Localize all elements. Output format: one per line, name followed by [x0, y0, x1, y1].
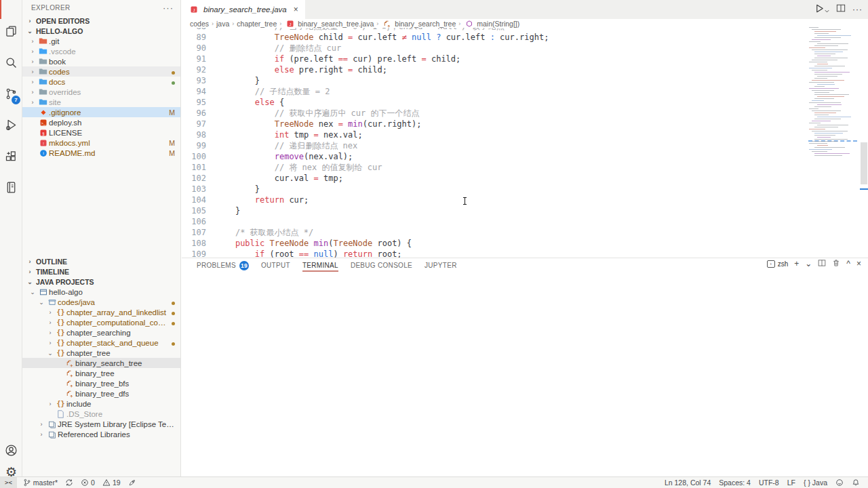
explorer-item-deploy-sh[interactable]: >_deploy.sh: [22, 117, 180, 127]
explorer-item-overrides[interactable]: ›overrides: [22, 87, 180, 97]
project-icon: [37, 288, 49, 296]
activity-notebook-icon[interactable]: [0, 174, 22, 201]
status-warning[interactable]: 19: [102, 479, 121, 487]
status-ln-128-col-74[interactable]: Ln 128, Col 74: [665, 479, 711, 487]
minimap[interactable]: [807, 27, 860, 163]
panel-tab-label: DEBUG CONSOLE: [351, 262, 412, 269]
status-error[interactable]: 0: [81, 479, 95, 487]
kill-terminal-icon[interactable]: [832, 259, 840, 268]
line-number: 107: [182, 227, 206, 238]
new-terminal-icon[interactable]: +: [794, 259, 799, 268]
breadcrumb-item[interactable]: Jbinary_search_tree.java: [284, 20, 374, 28]
breadcrumb-item[interactable]: java: [216, 20, 229, 28]
explorer-item-readme-md[interactable]: iREADME.mdM: [22, 148, 180, 158]
status-lf[interactable]: LF: [787, 479, 795, 487]
explorer-item-license[interactable]: §LICENSE: [22, 127, 180, 138]
java-project-item-codes-java[interactable]: ⌄codes/java: [22, 297, 180, 307]
status-branch[interactable]: master*: [23, 479, 58, 487]
item-label: Referenced Libraries: [58, 430, 180, 439]
status-rocket[interactable]: [128, 479, 136, 487]
section-label: HELLO-ALGO: [36, 27, 83, 35]
section-header-open-editors[interactable]: ›OPEN EDITORS: [22, 16, 180, 26]
line-content: return cur;: [206, 195, 309, 205]
tab-close-icon[interactable]: ×: [294, 5, 298, 14]
line-content: cur.val = tmp;: [206, 173, 343, 184]
breadcrumb-item[interactable]: codes: [190, 20, 209, 28]
status-sync[interactable]: [65, 479, 73, 487]
more-actions-icon[interactable]: ···: [852, 5, 863, 14]
split-editor-icon[interactable]: [836, 3, 846, 16]
explorer-item-book[interactable]: ›book: [22, 56, 180, 66]
close-panel-icon[interactable]: ×: [856, 259, 861, 268]
panel-tab-terminal[interactable]: TERMINAL: [302, 258, 338, 272]
status-spaces-4[interactable]: Spaces: 4: [719, 479, 751, 487]
minimap-line: [814, 33, 829, 34]
explorer-item-site[interactable]: ›site: [22, 97, 180, 107]
java-project-item-hello-algo[interactable]: ⌄hello-algo: [22, 287, 180, 297]
code-line: 90 // 删除结点 cur: [182, 43, 807, 54]
java-project-item-binary-search-tree[interactable]: binary_search_tree: [22, 358, 180, 368]
panel-tab-jupyter[interactable]: JUPYTER: [425, 258, 457, 272]
section-header-java-projects[interactable]: ⌄JAVA PROJECTS: [22, 277, 180, 287]
activity-source-control-icon[interactable]: 7: [0, 80, 22, 107]
java-project-item-binary-tree-bfs[interactable]: binary_tree_bfs: [22, 378, 180, 388]
breadcrumb-item[interactable]: main(String[]): [463, 20, 519, 28]
java-project-item-chapter-array-and-linkedlist[interactable]: ›{}chapter_array_and_linkedlist: [22, 307, 180, 317]
line-content: // 删除结点 cur: [206, 43, 341, 54]
explorer-item--vscode[interactable]: ›.vscode: [22, 46, 180, 56]
explorer-item--gitignore[interactable]: .gitignoreM: [22, 107, 180, 117]
java-project-item-binary-tree-dfs[interactable]: binary_tree_dfs: [22, 388, 180, 399]
minimap-line: [812, 131, 848, 131]
activity-extensions-icon[interactable]: [0, 142, 22, 169]
git-status-badge: M: [169, 108, 175, 117]
java-project-item-chapter-tree[interactable]: ⌄{}chapter_tree: [22, 348, 180, 358]
explorer-item--git[interactable]: ›.git: [22, 36, 180, 46]
explorer-item-mkdocs-yml[interactable]: !mkdocs.ymlM: [22, 138, 180, 148]
java-project-item-include[interactable]: ›{}include: [22, 399, 180, 409]
more-actions-icon[interactable]: ···: [163, 0, 174, 16]
minimap-line: [814, 52, 843, 52]
class-icon: [64, 369, 75, 378]
panel-tab-debug-console[interactable]: DEBUG CONSOLE: [351, 258, 412, 272]
breadcrumb-item[interactable]: chapter_tree: [237, 20, 277, 28]
minimap-line: [817, 125, 848, 125]
activity-bar: 7 ⚙: [0, 0, 22, 476]
panel-tab-problems[interactable]: PROBLEMS19: [197, 258, 249, 272]
svg-text:>_: >_: [41, 121, 46, 125]
shell-selector[interactable]: ›zsh: [767, 260, 789, 268]
status-bar: >< master*019 Ln 128, Col 74Spaces: 4UTF…: [0, 476, 868, 488]
java-project-item-referenced-libraries[interactable]: ›Referenced Libraries: [22, 429, 180, 439]
activity-search-icon[interactable]: [0, 49, 22, 76]
activity-files-icon[interactable]: [0, 18, 22, 45]
mouse-ibeam-cursor: [465, 197, 465, 205]
java-project-item-binary-tree[interactable]: binary_tree: [22, 368, 180, 378]
java-project-item-chapter-searching[interactable]: ›{}chapter_searching: [22, 327, 180, 338]
run-button[interactable]: [814, 3, 829, 16]
section-header-outline[interactable]: ›OUTLINE: [22, 256, 180, 266]
maximize-panel-icon[interactable]: ^: [846, 259, 850, 268]
tab-binary-search-tree[interactable]: J binary_search_tree.java ×: [182, 0, 305, 19]
section-header-timeline[interactable]: ›TIMELINE: [22, 266, 180, 277]
java-project-item--ds-store[interactable]: .DS_Store: [22, 409, 180, 419]
status-utf-8[interactable]: UTF-8: [759, 479, 779, 487]
split-terminal-icon[interactable]: [818, 259, 826, 268]
shell-dropdown-icon[interactable]: ⌄: [805, 259, 812, 268]
line-number: 95: [182, 97, 206, 108]
remote-indicator[interactable]: ><: [0, 477, 17, 488]
breadcrumb-item[interactable]: binary_search_tree: [381, 20, 456, 28]
activity-run-debug-icon[interactable]: [0, 111, 22, 138]
java-project-item-chapter-stack-and-queue[interactable]: ›{}chapter_stack_and_queue: [22, 338, 180, 348]
section-header-hello-algo[interactable]: ⌄HELLO-ALGO: [22, 26, 180, 36]
breadcrumb-label: chapter_tree: [237, 20, 277, 28]
java-project-item-jre-system-library-eclipse-temurin-17-17-[interactable]: ›JRE System Library [Eclipse Temurin 17 …: [22, 419, 180, 429]
java-project-item-chapter-computational-complexity[interactable]: ›{}chapter_computational_complexity: [22, 317, 180, 327]
status-bell[interactable]: [852, 479, 860, 487]
status--java[interactable]: { } Java: [804, 479, 827, 487]
panel-tab-output[interactable]: OUTPUT: [261, 258, 290, 272]
status-feedback[interactable]: [835, 479, 844, 487]
explorer-item-docs[interactable]: ›docs: [22, 77, 180, 87]
section-label: TIMELINE: [36, 268, 69, 276]
explorer-item-codes[interactable]: ›codes: [22, 66, 180, 77]
scrollbar-thumb[interactable]: [861, 142, 867, 184]
code-editor[interactable]: 88 // 当子结点数量 = 0 / 1 时，child = null / 该子…: [182, 28, 807, 258]
